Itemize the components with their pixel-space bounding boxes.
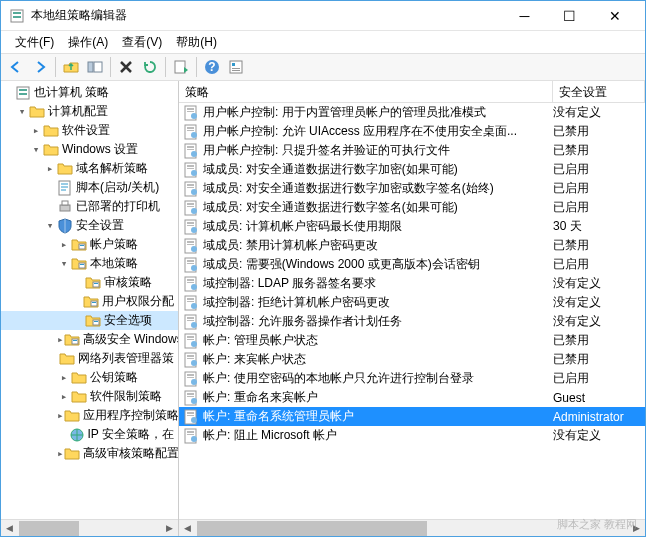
close-button[interactable]: ✕ bbox=[592, 1, 637, 30]
tree-label: 网络列表管理器策 bbox=[78, 350, 174, 367]
export-button[interactable] bbox=[170, 56, 192, 78]
menu-view[interactable]: 查看(V) bbox=[116, 32, 168, 53]
delete-button[interactable] bbox=[115, 56, 137, 78]
properties-button[interactable] bbox=[225, 56, 247, 78]
list-row[interactable]: 域成员: 对安全通道数据进行数字签名(如果可能)已启用 bbox=[179, 198, 645, 217]
tree-item[interactable]: ▸高级审核策略配置 bbox=[1, 444, 178, 463]
tree-item[interactable]: ▸帐户策略 bbox=[1, 235, 178, 254]
up-button[interactable] bbox=[60, 56, 82, 78]
tree-item[interactable]: ▾本地策略 bbox=[1, 254, 178, 273]
refresh-button[interactable] bbox=[139, 56, 161, 78]
tree-item[interactable]: ▸公钥策略 bbox=[1, 368, 178, 387]
list-row[interactable]: 域成员: 需要强(Windows 2000 或更高版本)会话密钥已启用 bbox=[179, 255, 645, 274]
tree-item[interactable]: 已部署的打印机 bbox=[1, 197, 178, 216]
expand-icon[interactable]: ▸ bbox=[57, 333, 64, 346]
printer-icon bbox=[57, 199, 73, 215]
policy-icon bbox=[183, 124, 199, 140]
list-row[interactable]: 域成员: 对安全通道数据进行数字加密或数字签名(始终)已启用 bbox=[179, 179, 645, 198]
list-row[interactable]: 域控制器: 拒绝计算机帐户密码更改没有定义 bbox=[179, 293, 645, 312]
policy-value: 30 天 bbox=[553, 218, 645, 235]
expand-icon[interactable]: ▸ bbox=[29, 124, 43, 137]
scroll-left-icon[interactable]: ◀ bbox=[179, 520, 196, 537]
tree-item[interactable]: ▾计算机配置 bbox=[1, 102, 178, 121]
expand-icon[interactable]: ▸ bbox=[57, 371, 71, 384]
tree-item[interactable]: ▸高级安全 Windows bbox=[1, 330, 178, 349]
tree-hscrollbar[interactable]: ◀ ▶ bbox=[1, 519, 178, 536]
list-row[interactable]: 域成员: 禁用计算机帐户密码更改已禁用 bbox=[179, 236, 645, 255]
column-setting[interactable]: 安全设置 bbox=[553, 81, 645, 102]
list-row[interactable]: 域控制器: LDAP 服务器签名要求没有定义 bbox=[179, 274, 645, 293]
show-hide-tree-button[interactable] bbox=[84, 56, 106, 78]
tree-item[interactable]: ▸应用程序控制策略 bbox=[1, 406, 178, 425]
expand-icon[interactable]: ▸ bbox=[43, 162, 57, 175]
forward-button[interactable] bbox=[29, 56, 51, 78]
tree-label: 软件设置 bbox=[62, 122, 110, 139]
expand-icon[interactable]: ▸ bbox=[57, 238, 71, 251]
separator bbox=[55, 57, 56, 77]
expand-icon[interactable]: ▾ bbox=[43, 219, 57, 232]
minimize-button[interactable]: ─ bbox=[502, 1, 547, 30]
tree[interactable]: 也计算机 策略▾计算机配置▸软件设置▾Windows 设置▸域名解析策略脚本(启… bbox=[1, 81, 178, 536]
expand-icon[interactable]: ▾ bbox=[15, 105, 29, 118]
tree-label: 安全设置 bbox=[76, 217, 124, 234]
scroll-left-icon[interactable]: ◀ bbox=[1, 520, 18, 537]
policy-icon bbox=[183, 219, 199, 235]
tree-item[interactable]: 脚本(启动/关机) bbox=[1, 178, 178, 197]
tree-item[interactable]: 安全选项 bbox=[1, 311, 178, 330]
tree-item[interactable]: ▸软件设置 bbox=[1, 121, 178, 140]
policy-name: 域控制器: 允许服务器操作者计划任务 bbox=[203, 313, 553, 330]
list-row[interactable]: 用户帐户控制: 允许 UIAccess 应用程序在不使用安全桌面...已禁用 bbox=[179, 122, 645, 141]
expand-icon[interactable]: ▾ bbox=[57, 257, 71, 270]
list-row[interactable]: 用户帐户控制: 只提升签名并验证的可执行文件已禁用 bbox=[179, 141, 645, 160]
list-row[interactable]: 帐户: 管理员帐户状态已禁用 bbox=[179, 331, 645, 350]
list-row[interactable]: 域控制器: 允许服务器操作者计划任务没有定义 bbox=[179, 312, 645, 331]
policy-list[interactable]: 用户帐户控制: 用于内置管理员帐户的管理员批准模式没有定义用户帐户控制: 允许 … bbox=[179, 103, 645, 536]
tree-label: 应用程序控制策略 bbox=[83, 407, 178, 424]
list-row[interactable]: 帐户: 重命名来宾帐户Guest bbox=[179, 388, 645, 407]
mmc-icon bbox=[15, 85, 31, 101]
expand-icon[interactable]: ▸ bbox=[57, 390, 71, 403]
list-row[interactable]: 帐户: 来宾帐户状态已禁用 bbox=[179, 350, 645, 369]
policy-name: 域成员: 对安全通道数据进行数字加密或数字签名(始终) bbox=[203, 180, 553, 197]
policy-value: Guest bbox=[553, 391, 645, 405]
scroll-thumb[interactable] bbox=[197, 521, 427, 536]
tree-item[interactable]: ▾Windows 设置 bbox=[1, 140, 178, 159]
pfolder-icon bbox=[71, 256, 87, 272]
list-row[interactable]: 域成员: 计算机帐户密码最长使用期限30 天 bbox=[179, 217, 645, 236]
help-button[interactable] bbox=[201, 56, 223, 78]
tree-root[interactable]: 也计算机 策略 bbox=[1, 83, 178, 102]
tree-item[interactable]: IP 安全策略，在 bbox=[1, 425, 178, 444]
tree-label: 高级审核策略配置 bbox=[83, 445, 178, 462]
back-button[interactable] bbox=[5, 56, 27, 78]
policy-value: 没有定义 bbox=[553, 313, 645, 330]
pfolder-icon bbox=[85, 313, 101, 329]
policy-icon bbox=[183, 257, 199, 273]
scroll-thumb[interactable] bbox=[19, 521, 79, 536]
tree-label: 高级安全 Windows bbox=[83, 331, 178, 348]
policy-value: 没有定义 bbox=[553, 275, 645, 292]
maximize-button[interactable]: ☐ bbox=[547, 1, 592, 30]
scroll-right-icon[interactable]: ▶ bbox=[161, 520, 178, 537]
expand-icon[interactable]: ▸ bbox=[57, 447, 64, 460]
menu-file[interactable]: 文件(F) bbox=[9, 32, 60, 53]
policy-value: 已禁用 bbox=[553, 237, 645, 254]
tree-label: 本地策略 bbox=[90, 255, 138, 272]
tree-item[interactable]: 用户权限分配 bbox=[1, 292, 178, 311]
menu-action[interactable]: 操作(A) bbox=[62, 32, 114, 53]
tree-item[interactable]: ▸域名解析策略 bbox=[1, 159, 178, 178]
expand-icon[interactable]: ▾ bbox=[29, 143, 43, 156]
list-row[interactable]: 域成员: 对安全通道数据进行数字加密(如果可能)已启用 bbox=[179, 160, 645, 179]
list-row[interactable]: 帐户: 阻止 Microsoft 帐户没有定义 bbox=[179, 426, 645, 445]
list-row[interactable]: 帐户: 使用空密码的本地帐户只允许进行控制台登录已启用 bbox=[179, 369, 645, 388]
tree-item[interactable]: 审核策略 bbox=[1, 273, 178, 292]
column-policy[interactable]: 策略 bbox=[179, 81, 553, 102]
list-row[interactable]: 帐户: 重命名系统管理员帐户Administrator bbox=[179, 407, 645, 426]
tree-item[interactable]: 网络列表管理器策 bbox=[1, 349, 178, 368]
menu-help[interactable]: 帮助(H) bbox=[170, 32, 223, 53]
tree-item[interactable]: ▸软件限制策略 bbox=[1, 387, 178, 406]
folder-icon bbox=[64, 446, 80, 462]
list-row[interactable]: 用户帐户控制: 用于内置管理员帐户的管理员批准模式没有定义 bbox=[179, 103, 645, 122]
tree-item[interactable]: ▾安全设置 bbox=[1, 216, 178, 235]
shield-icon bbox=[57, 218, 73, 234]
expand-icon[interactable]: ▸ bbox=[57, 409, 64, 422]
